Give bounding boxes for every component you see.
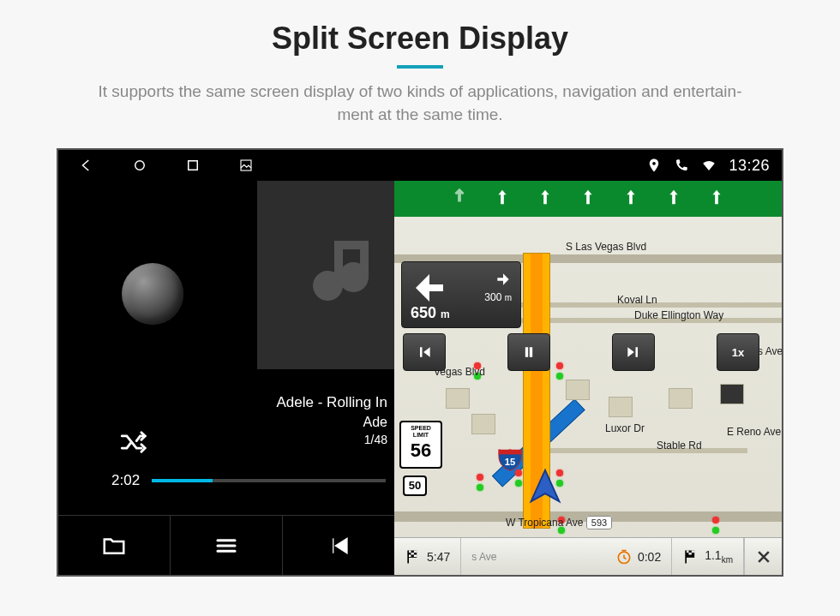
lane-arrow-icon <box>707 185 726 212</box>
distance-value: 1.1km <box>705 548 733 565</box>
playback-progress[interactable]: 2:02 <box>111 472 386 489</box>
next-track-button[interactable] <box>612 333 655 371</box>
lane-arrow-icon <box>493 185 512 212</box>
speed-limit-value: 56 <box>401 440 441 461</box>
svg-text:15: 15 <box>505 457 516 467</box>
volume-knob[interactable] <box>122 263 183 325</box>
folder-button[interactable] <box>58 516 171 575</box>
device-screenshot: 13:26 Adele - Rolling In Ade 1/48 2:02 <box>57 148 783 577</box>
svg-rect-11 <box>414 554 417 557</box>
interstate-shield-icon: 15 <box>497 446 523 472</box>
svg-rect-4 <box>499 450 521 455</box>
folder-icon <box>101 533 127 559</box>
building <box>566 380 590 400</box>
page-title: Split Screen Display <box>0 21 840 57</box>
location-icon <box>646 158 662 173</box>
road <box>523 448 747 453</box>
checkered-flag-icon <box>405 548 422 565</box>
lane-arrow-icon <box>450 185 469 212</box>
progress-fill <box>152 479 213 482</box>
main-turn-distance: 650 m <box>411 304 450 322</box>
back-icon[interactable] <box>79 158 94 173</box>
track-index: 1/48 <box>277 432 387 448</box>
lane-arrow-icon <box>664 185 683 212</box>
speed-limit-sign: SPEED LIMIT 56 <box>399 421 442 469</box>
street-label: E Reno Ave <box>727 426 781 438</box>
pause-button[interactable] <box>507 333 550 371</box>
previous-icon <box>326 533 351 559</box>
map-canvas[interactable]: S Las Vegas Blvd Koval Ln Duke Ellington… <box>394 217 782 537</box>
building <box>609 397 633 417</box>
s-ave-segment: s Ave <box>461 538 507 575</box>
phone-icon <box>674 158 689 173</box>
checkered-flag-icon <box>682 548 699 565</box>
skip-next-icon <box>625 344 642 361</box>
image-notification-icon <box>238 158 254 173</box>
street-label: Koval Ln <box>617 294 657 306</box>
status-icons: 13:26 <box>646 157 782 175</box>
promo-header: Split Screen Display It supports the sam… <box>0 0 840 126</box>
next-turn-distance: 300 m <box>484 291 512 303</box>
next-turn-sub: 300 m <box>484 271 512 303</box>
playback-speed-button[interactable]: 1x <box>717 333 759 371</box>
close-nav-button[interactable] <box>744 538 782 575</box>
music-bottom-bar <box>58 515 394 575</box>
distance-segment[interactable]: 1.1km <box>672 538 744 575</box>
page-subtitle: It supports the same screen display of t… <box>34 81 806 126</box>
navigation-pane: S Las Vegas Blvd Koval Ln Duke Ellington… <box>394 181 782 575</box>
wifi-icon <box>701 158 717 173</box>
svg-rect-17 <box>689 553 692 555</box>
building <box>669 388 693 409</box>
svg-rect-8 <box>414 550 417 553</box>
android-statusbar: 13:26 <box>58 150 782 181</box>
elapsed-time: 2:02 <box>111 472 140 489</box>
svg-rect-9 <box>411 553 414 555</box>
skip-previous-icon <box>416 344 433 361</box>
subtitle-line2: ment at the same time. <box>337 105 502 123</box>
turn-instruction-panel[interactable]: 300 m 650 m <box>401 261 521 328</box>
close-icon <box>755 548 772 565</box>
svg-rect-16 <box>692 550 694 553</box>
shuffle-icon[interactable] <box>118 428 147 460</box>
street-label: S Las Vegas Blvd <box>566 241 646 253</box>
playlist-button[interactable] <box>171 516 283 575</box>
traffic-light-icon <box>514 469 523 488</box>
music-note-icon <box>300 224 403 326</box>
list-icon <box>213 533 239 559</box>
lane-arrow-icon <box>579 185 597 212</box>
street-label: Duke Ellington Way <box>634 309 723 321</box>
nav-softkeys <box>58 158 254 173</box>
building <box>446 388 470 409</box>
traffic-light-icon <box>476 474 484 493</box>
track-title: Adele - Rolling In <box>277 393 387 413</box>
recents-icon[interactable] <box>185 158 201 173</box>
overlay-control-row: 1x <box>403 333 759 371</box>
street-number-pill: 593 <box>586 516 612 529</box>
eta-segment[interactable]: 5:47 <box>394 538 461 575</box>
clock-icon <box>615 548 633 565</box>
route-50-shield: 50 <box>403 475 427 496</box>
home-icon[interactable] <box>132 158 147 173</box>
previous-button[interactable] <box>283 516 394 575</box>
pause-icon <box>520 344 537 361</box>
title-underline <box>397 65 443 69</box>
svg-point-3 <box>653 162 657 165</box>
traffic-light-icon <box>711 517 720 535</box>
status-clock: 13:26 <box>729 157 770 175</box>
street-label: W Tropicana Ave 593 <box>506 517 612 529</box>
music-player-pane: Adele - Rolling In Ade 1/48 2:02 <box>58 181 394 575</box>
street-label: Luxor Dr <box>605 422 645 434</box>
progress-bar[interactable] <box>152 479 386 482</box>
street-label: Stable Rd <box>657 440 702 452</box>
eta-value: 5:47 <box>427 550 450 564</box>
time-remaining-value: 0:02 <box>638 550 661 564</box>
nav-status-bar: 5:47 s Ave 0:02 1.1km <box>394 537 782 575</box>
svg-rect-2 <box>241 160 251 170</box>
track-artist: Ade <box>277 413 387 432</box>
building <box>471 414 495 434</box>
track-metadata: Adele - Rolling In Ade 1/48 <box>277 393 387 447</box>
svg-rect-1 <box>189 161 198 170</box>
time-remaining-segment[interactable]: 0:02 <box>605 538 672 575</box>
svg-point-0 <box>135 161 145 170</box>
prev-track-button[interactable] <box>403 333 446 371</box>
